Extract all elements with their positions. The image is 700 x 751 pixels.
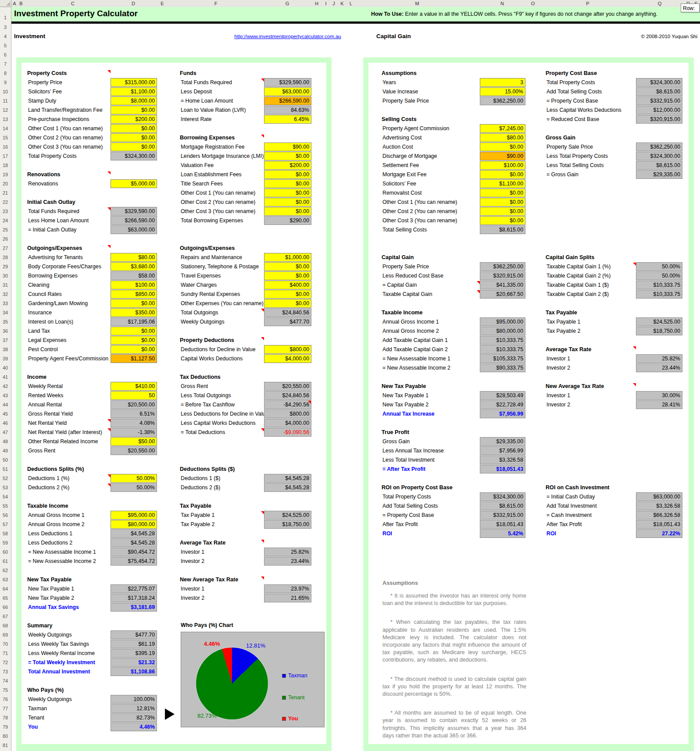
row-header-73[interactable]: 73: [0, 667, 11, 676]
row-header-57[interactable]: 57: [0, 520, 11, 529]
input-cell[interactable]: $90.00: [264, 142, 311, 151]
row-header-65[interactable]: 65: [0, 594, 11, 603]
input-cell[interactable]: $0.00: [480, 170, 525, 179]
row-header-66[interactable]: 66: [0, 603, 11, 612]
input-cell[interactable]: $80,000.00: [111, 520, 157, 529]
row-header-20[interactable]: 20: [0, 179, 11, 189]
website-link[interactable]: http://www.investmentpropertycalculator.…: [234, 34, 341, 39]
row-header-59[interactable]: 59: [0, 538, 11, 548]
row-header-81[interactable]: 81: [0, 741, 11, 750]
select-all-corner[interactable]: [0, 0, 11, 7]
row-header-1[interactable]: 1: [0, 13, 11, 22]
row-header-47[interactable]: 47: [0, 428, 11, 437]
row-header-68[interactable]: 68: [0, 621, 11, 630]
row-header-49[interactable]: 49: [0, 446, 11, 456]
row-header-45[interactable]: 45: [0, 409, 11, 419]
row-header-64[interactable]: 64: [0, 584, 11, 594]
row-header-14[interactable]: 14: [0, 124, 11, 133]
row-header-29[interactable]: 29: [0, 262, 11, 271]
input-cell[interactable]: $266,590.00: [264, 96, 311, 105]
row-header-26[interactable]: 26: [0, 235, 11, 244]
column-header-N[interactable]: N: [500, 0, 504, 7]
input-cell[interactable]: $3,680.00: [111, 262, 157, 271]
row-header-58[interactable]: 58: [0, 529, 11, 538]
input-cell[interactable]: $80.00: [111, 253, 157, 262]
row-header-5[interactable]: 5: [0, 41, 11, 50]
row-header-24[interactable]: 24: [0, 216, 11, 225]
input-cell[interactable]: $63,000.00: [264, 87, 311, 96]
row-header-69[interactable]: 69: [0, 630, 11, 640]
input-cell[interactable]: $0.00: [264, 207, 311, 216]
row-header-35[interactable]: 35: [0, 317, 11, 327]
row-header-30[interactable]: 30: [0, 271, 11, 281]
row-header-32[interactable]: 32: [0, 290, 11, 299]
row-header-70[interactable]: 70: [0, 640, 11, 649]
row-header-78[interactable]: 78: [0, 713, 11, 723]
row-header-38[interactable]: 38: [0, 345, 11, 354]
row-header-9[interactable]: 9: [0, 78, 11, 87]
row-header-15[interactable]: 15: [0, 133, 11, 142]
row-header-11[interactable]: 11: [0, 96, 11, 106]
input-cell[interactable]: $0.00: [111, 106, 157, 114]
input-cell[interactable]: $0.00: [264, 271, 311, 280]
column-header-I[interactable]: I: [325, 0, 326, 7]
row-header-28[interactable]: 28: [0, 253, 11, 262]
input-cell[interactable]: $8,000.00: [111, 96, 157, 105]
column-header-E[interactable]: E: [161, 0, 164, 7]
column-header-F[interactable]: F: [214, 0, 218, 7]
input-cell[interactable]: $0.00: [111, 124, 157, 133]
input-cell[interactable]: $80.00: [480, 133, 525, 142]
input-cell[interactable]: $0.00: [480, 198, 525, 206]
input-cell[interactable]: $1,100.00: [111, 87, 157, 96]
row-header-17[interactable]: 17: [0, 152, 11, 161]
input-cell[interactable]: $0.00: [480, 142, 525, 151]
row-header-51[interactable]: 51: [0, 465, 11, 474]
input-cell[interactable]: $800.00: [264, 345, 311, 354]
row-header-13[interactable]: 13: [0, 115, 11, 124]
input-cell[interactable]: $400.00: [264, 281, 311, 289]
row-header-50[interactable]: 50: [0, 456, 11, 465]
input-cell[interactable]: $1,127.50: [111, 354, 157, 363]
input-cell[interactable]: $315,000.00: [111, 78, 157, 87]
row-header-72[interactable]: 72: [0, 658, 11, 667]
input-cell[interactable]: $0.00: [264, 299, 311, 308]
column-header-K[interactable]: K: [340, 0, 343, 7]
input-cell[interactable]: $4,000.00: [264, 354, 311, 363]
row-header-16[interactable]: 16: [0, 142, 11, 152]
input-cell[interactable]: $50.00: [111, 437, 157, 446]
column-header-Q[interactable]: Q: [658, 0, 662, 7]
input-cell[interactable]: $5,000.00: [111, 179, 157, 188]
row-header-4[interactable]: 4: [0, 32, 11, 41]
input-cell[interactable]: $0.00: [480, 207, 525, 216]
input-cell[interactable]: $0.00: [264, 262, 311, 271]
row-header-63[interactable]: 63: [0, 575, 11, 584]
row-header-61[interactable]: 61: [0, 557, 11, 566]
row-header-79[interactable]: 79: [0, 723, 11, 732]
input-cell[interactable]: $0.00: [264, 290, 311, 299]
input-cell[interactable]: $350.00: [111, 308, 157, 317]
input-cell[interactable]: $0.00: [264, 198, 311, 206]
row-header-10[interactable]: 10: [0, 87, 11, 96]
row-header-6[interactable]: 6: [0, 50, 11, 60]
row-header-39[interactable]: 39: [0, 354, 11, 363]
row-header-41[interactable]: 41: [0, 373, 11, 382]
input-cell[interactable]: 50: [111, 391, 157, 400]
input-cell[interactable]: $0.00: [264, 189, 311, 197]
row-header-8[interactable]: 8: [0, 69, 11, 78]
row-header-19[interactable]: 19: [0, 170, 11, 179]
input-cell[interactable]: $0.00: [480, 216, 525, 225]
row-header-56[interactable]: 56: [0, 511, 11, 520]
input-cell[interactable]: $200.00: [111, 115, 157, 124]
row-header-27[interactable]: 27: [0, 244, 11, 253]
row-header-53[interactable]: 53: [0, 483, 11, 492]
row-header-25[interactable]: 25: [0, 225, 11, 235]
row-header-77[interactable]: 77: [0, 704, 11, 713]
input-cell[interactable]: $95,000.00: [111, 511, 157, 520]
input-cell[interactable]: $100.00: [480, 161, 525, 170]
row-header-67[interactable]: 67: [0, 612, 11, 621]
input-cell[interactable]: 15.00%: [480, 87, 525, 96]
input-cell[interactable]: $0.00: [111, 133, 157, 142]
row-header-62[interactable]: 62: [0, 566, 11, 575]
column-header-G[interactable]: G: [286, 0, 289, 7]
row-header-21[interactable]: 21: [0, 189, 11, 198]
